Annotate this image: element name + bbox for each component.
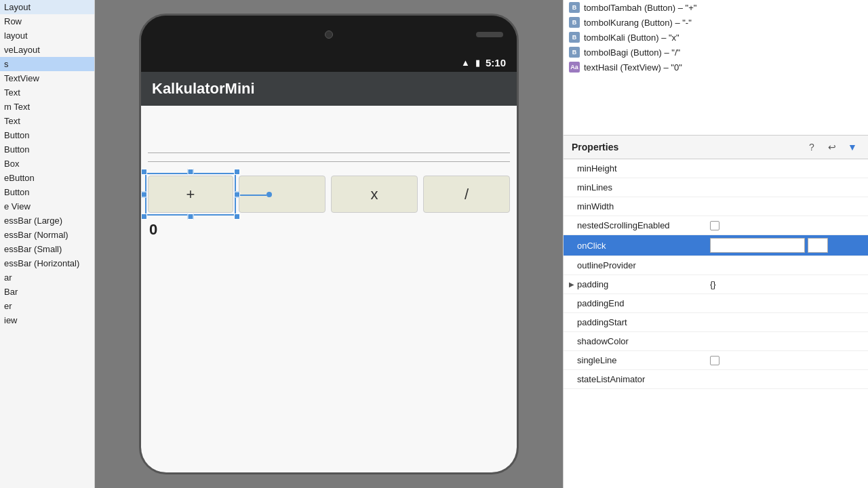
phone-frame: ▲ ▮ 5:10 KalkulatorMini + [139, 14, 519, 474]
left-item-10[interactable]: Button [0, 142, 94, 157]
prop-name-outlineProvider: outlineProvider [564, 258, 706, 273]
status-time: 5:10 [486, 57, 506, 68]
prop-name-minWidth: minWidth [564, 199, 706, 214]
plus-button[interactable]: + [148, 176, 233, 213]
tree-item-2[interactable]: BtombolKali (Button) – "x" [564, 30, 868, 45]
tree-label-4: textHasil (TextView) – "0" [584, 62, 682, 73]
prop-value-paddingEnd [706, 301, 868, 306]
prop-value-minLines [706, 185, 868, 190]
left-item-20[interactable]: Bar [0, 285, 94, 299]
filter-icon-btn[interactable]: ▼ [845, 140, 860, 155]
header-icons: ? ↩ ▼ [804, 140, 860, 155]
left-panel: LayoutRowlayoutveLayoutsTextViewTextm Te… [0, 0, 95, 488]
prop-row-minLines: minLines [564, 178, 868, 197]
component-tree: BtombolTambah (Button) – "+"BtombolKuran… [564, 0, 868, 136]
result-display: 0 [148, 218, 510, 241]
phone-status-bar: ▲ ▮ 5:10 [141, 53, 517, 72]
properties-header: Properties ? ↩ ▼ [564, 136, 868, 159]
phone-title-bar: KalkulatorMini [141, 72, 517, 106]
prop-name-onClick: onClick [564, 238, 706, 253]
tree-label-0: tombolTambah (Button) – "+" [584, 3, 696, 13]
left-item-13[interactable]: Button [0, 185, 94, 199]
battery-icon: ▮ [475, 58, 480, 68]
prop-row-onClick: onClick▼ [564, 235, 868, 256]
prop-checkbox-nestedScrollingEnabled[interactable] [710, 221, 719, 230]
app-title: KalkulatorMini [152, 80, 255, 98]
tree-icon-4: Aa [569, 62, 580, 73]
prop-row-minHeight: minHeight [564, 159, 868, 178]
prop-name-shadowColor: shadowColor [564, 333, 706, 349]
divide-button[interactable]: / [423, 176, 510, 213]
prop-row-singleLine: singleLine [564, 351, 868, 370]
phone-camera [325, 30, 333, 39]
left-item-14[interactable]: e View [0, 199, 94, 214]
left-item-19[interactable]: ar [0, 270, 94, 285]
left-item-17[interactable]: essBar (Small) [0, 242, 94, 256]
prop-input-onClick[interactable] [710, 238, 805, 253]
handle-tr [234, 169, 240, 175]
left-item-5[interactable]: TextView [0, 71, 94, 85]
tree-item-0[interactable]: BtombolTambah (Button) – "+" [564, 0, 868, 15]
tree-label-2: tombolKali (Button) – "x" [584, 33, 679, 43]
help-icon-btn[interactable]: ? [804, 140, 819, 155]
handle-bl [141, 214, 147, 220]
prop-name-nestedScrollingEnabled: nestedScrollingEnabled [564, 218, 706, 233]
prop-name-singleLine: singleLine [564, 352, 706, 368]
prop-value-stateListAnimator [706, 377, 868, 382]
prop-dropdown-onClick[interactable]: ▼ [808, 238, 828, 253]
handle-tc [188, 169, 194, 175]
prop-value-onClick: ▼ [706, 235, 868, 256]
left-item-21[interactable]: er [0, 299, 94, 313]
buttons-row: + x / [148, 176, 510, 213]
left-item-3[interactable]: veLayout [0, 43, 94, 57]
handle-tl [141, 169, 147, 175]
right-panel: BtombolTambah (Button) – "+"BtombolKuran… [563, 0, 868, 488]
connector-dot [267, 192, 272, 197]
left-item-18[interactable]: essBar (Horizontal) [0, 256, 94, 270]
expand-arrow-padding[interactable]: ▶ [569, 281, 574, 288]
multiply-button[interactable]: x [331, 176, 418, 213]
tree-item-4[interactable]: AatextHasil (TextView) – "0" [564, 60, 868, 75]
plus-button-wrapper: + [148, 176, 233, 213]
prop-row-shadowColor: shadowColor [564, 332, 868, 351]
phone-top-bar [141, 16, 517, 53]
left-item-4[interactable]: s [0, 57, 94, 71]
tree-label-1: tombolKurang (Button) – "-" [584, 18, 692, 28]
properties-panel: Properties ? ↩ ▼ minHeightminLinesminWid… [564, 136, 868, 488]
undo-icon-btn[interactable]: ↩ [825, 140, 840, 155]
left-item-8[interactable]: Text [0, 114, 94, 128]
left-item-16[interactable]: essBar (Normal) [0, 228, 94, 242]
input-area [148, 113, 510, 153]
left-item-2[interactable]: layout [0, 28, 94, 43]
prop-row-paddingEnd: paddingEnd [564, 294, 868, 313]
prop-row-outlineProvider: outlineProvider [564, 256, 868, 275]
left-item-7[interactable]: m Text [0, 100, 94, 114]
left-item-11[interactable]: Box [0, 157, 94, 171]
tree-items-list: BtombolTambah (Button) – "+"BtombolKuran… [564, 0, 868, 75]
left-item-0[interactable]: Layout [0, 0, 94, 14]
properties-title: Properties [572, 142, 618, 152]
left-item-15[interactable]: essBar (Large) [0, 214, 94, 228]
prop-name-minHeight: minHeight [564, 161, 706, 176]
prop-name-paddingEnd: paddingEnd [564, 296, 706, 311]
left-item-1[interactable]: Row [0, 14, 94, 28]
tree-item-1[interactable]: BtombolKurang (Button) – "-" [564, 15, 868, 30]
prop-value-nestedScrollingEnabled [706, 218, 868, 233]
left-item-22[interactable]: iew [0, 313, 94, 327]
prop-value-singleLine [706, 353, 868, 368]
left-item-6[interactable]: Text [0, 85, 94, 100]
tree-icon-3: B [569, 47, 580, 58]
prop-row-nestedScrollingEnabled: nestedScrollingEnabled [564, 216, 868, 235]
properties-list: minHeightminLinesminWidthnestedScrolling… [564, 159, 868, 488]
prop-value-minHeight [706, 166, 868, 171]
prop-name-padding: ▶ padding [564, 277, 706, 292]
left-item-12[interactable]: eButton [0, 171, 94, 185]
phone-speaker [476, 32, 503, 37]
prop-name-paddingStart: paddingStart [564, 314, 706, 330]
left-item-9[interactable]: Button [0, 128, 94, 142]
prop-checkbox-singleLine[interactable] [710, 356, 719, 365]
wifi-icon: ▲ [461, 58, 470, 68]
prop-row-stateListAnimator: stateListAnimator [564, 370, 868, 389]
tree-item-3[interactable]: BtombolBagi (Button) – "/" [564, 45, 868, 60]
prop-name-stateListAnimator: stateListAnimator [564, 371, 706, 387]
